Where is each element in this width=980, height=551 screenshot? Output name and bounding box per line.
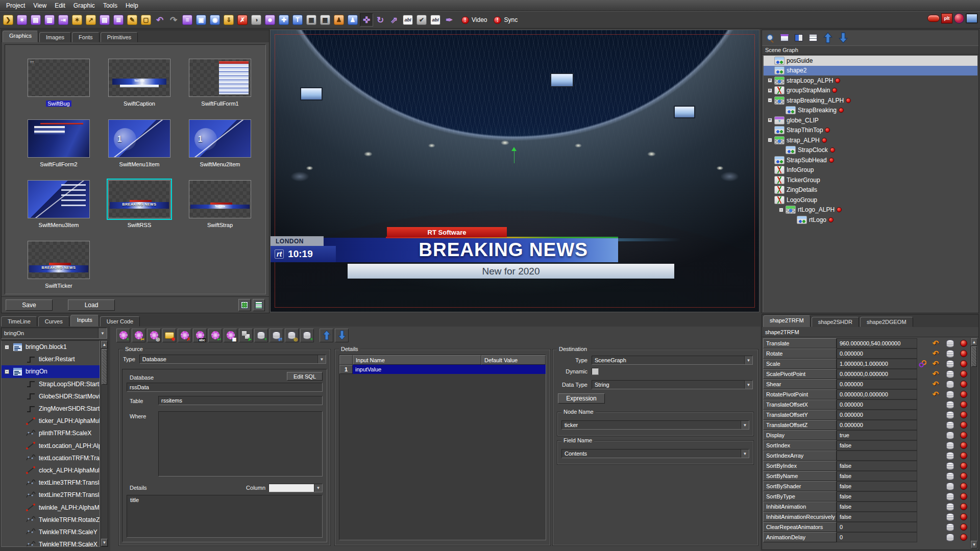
animator-item[interactable]: TwinkleTRFM:RotateZ: [2, 514, 100, 526]
animation-tab[interactable]: User Code: [100, 316, 140, 327]
character-edit-icon[interactable]: ♟: [346, 13, 359, 27]
where-textarea[interactable]: [158, 411, 323, 477]
animate-icon[interactable]: [960, 513, 967, 520]
property-name[interactable]: Scale: [763, 359, 837, 369]
menu-item[interactable]: Help: [121, 1, 142, 10]
property-value[interactable]: 0: [837, 532, 917, 542]
library-item[interactable]: Text title SwiftStrap: [180, 179, 260, 228]
animate-icon[interactable]: [960, 381, 967, 388]
library-item[interactable]: Text title SwiftCaption: [99, 57, 180, 107]
database-copy-icon[interactable]: ◎: [285, 329, 299, 342]
property-value[interactable]: false: [837, 440, 917, 450]
users-icon[interactable]: ☻: [263, 13, 277, 27]
save-button[interactable]: Save: [6, 299, 53, 311]
redo-icon[interactable]: ↷: [167, 13, 180, 27]
property-value[interactable]: false: [837, 481, 917, 491]
database-bind-icon[interactable]: [946, 411, 954, 419]
database-bind-icon[interactable]: [946, 534, 954, 541]
property-value[interactable]: 0.000000: [837, 420, 917, 430]
move-tool-icon[interactable]: ✜: [360, 13, 373, 27]
library-item[interactable]: 1 SwiftMenu1Item: [99, 118, 180, 167]
expand-toggle[interactable]: -: [768, 138, 772, 142]
property-name[interactable]: ScalePivotPoint: [763, 369, 837, 379]
scene-node[interactable]: InfoGroup: [764, 165, 977, 176]
database-bind-icon[interactable]: [946, 452, 954, 460]
animator-list-icon[interactable]: ▦: [224, 329, 237, 342]
animate-icon[interactable]: [960, 493, 967, 500]
snapshot-icon[interactable]: ◉: [208, 13, 222, 27]
expand-toggle[interactable]: +: [768, 78, 772, 83]
save-as-icon[interactable]: ▥: [43, 13, 56, 27]
library-tab[interactable]: Primitives: [101, 32, 138, 42]
library-item[interactable]: SwiftMenu3Item: [18, 179, 99, 228]
property-value[interactable]: 0.000000,0.000000: [837, 369, 917, 379]
copy-animator-icon[interactable]: ◎: [147, 329, 161, 342]
scroll-up-icon[interactable]: ▲: [101, 341, 108, 348]
animator-item[interactable]: clock_ALPH:AlphaMultiply: [2, 464, 100, 477]
scroll-thumb[interactable]: [102, 349, 107, 385]
cut-animator-icon[interactable]: ✂: [132, 329, 145, 342]
property-name[interactable]: ClearRepeatAnimators: [763, 522, 837, 532]
animate-icon[interactable]: [960, 442, 967, 449]
database-bind-icon[interactable]: [946, 513, 954, 521]
library-thumbnail[interactable]: BREAKING NEWS: [108, 180, 170, 218]
scene-node[interactable]: - strapBreaking_ALPH: [764, 95, 977, 106]
database-bind-icon[interactable]: [946, 391, 954, 398]
scene-node[interactable]: posGuide: [764, 56, 977, 66]
properties-tab[interactable]: shape2TRFM: [763, 315, 811, 327]
scene-node[interactable]: TickerGroup: [764, 175, 977, 185]
database-bind-icon[interactable]: [946, 370, 954, 378]
scene-node[interactable]: ZingDetails: [764, 185, 977, 195]
scroll-up-icon[interactable]: ▲: [971, 338, 977, 346]
onair-pill-icon[interactable]: [927, 15, 940, 22]
property-name[interactable]: Display: [763, 430, 837, 440]
property-value[interactable]: 0.000000,0.000000: [837, 389, 917, 399]
add-animator-icon[interactable]: +: [116, 329, 130, 342]
expand-toggle[interactable]: -: [5, 345, 9, 349]
scene-node[interactable]: + groupStrapMain: [764, 86, 977, 96]
animator-item[interactable]: - bringOn.block1: [2, 341, 100, 353]
expression-button[interactable]: Expression: [558, 393, 605, 404]
library-thumbnail[interactable]: BREAKING NEWS: [28, 241, 90, 279]
chevron-down-icon[interactable]: ▼: [98, 328, 107, 338]
animator-folder-icon[interactable]: ✱: [162, 329, 176, 342]
checker-icon[interactable]: ▩: [318, 13, 332, 27]
animation-select-combo[interactable]: bringOn ▼: [1, 328, 107, 339]
library-thumbnail[interactable]: [189, 59, 251, 97]
animator-item[interactable]: textLocation_ALPH:AlphaM: [2, 440, 100, 452]
undo-icon[interactable]: ↶: [933, 339, 939, 348]
property-name[interactable]: TranslateOffsetX: [763, 399, 837, 410]
globe-icon[interactable]: [954, 13, 964, 23]
list-view-button[interactable]: [253, 299, 265, 311]
animate-icon[interactable]: [960, 391, 967, 398]
pos-guide-marker[interactable]: [511, 144, 517, 162]
animate-icon[interactable]: [960, 360, 967, 367]
chevron-down-icon[interactable]: ▼: [314, 484, 322, 492]
animate-icon[interactable]: [960, 472, 967, 480]
animation-tab[interactable]: Inputs: [70, 315, 99, 327]
scroll-thumb[interactable]: [971, 346, 977, 367]
scene-node[interactable]: StrapBreaking: [764, 106, 977, 116]
undo-icon[interactable]: ↶: [933, 369, 939, 379]
animate-icon[interactable]: [960, 411, 967, 418]
rename-animator-icon[interactable]: abc: [193, 329, 207, 342]
animate-icon[interactable]: [960, 503, 967, 510]
monitor-icon[interactable]: [966, 13, 978, 23]
database-bind-icon[interactable]: [946, 503, 954, 511]
edit-sql-button[interactable]: Edit SQL: [287, 372, 323, 381]
animator-item[interactable]: ticker_ALPH:AlphaMultiply: [2, 415, 100, 427]
property-name[interactable]: SortIndexArray: [763, 450, 837, 461]
property-name[interactable]: Rotate: [763, 348, 837, 359]
animate-icon[interactable]: [960, 340, 967, 347]
delete-animator-icon[interactable]: ✗: [178, 329, 191, 342]
scene-node[interactable]: + strapLoop_ALPH: [764, 76, 977, 86]
column-combo[interactable]: ▼: [268, 484, 323, 492]
scene-node[interactable]: StrapClock: [764, 145, 977, 156]
property-name[interactable]: AnimationDelay: [763, 532, 837, 542]
animator-item[interactable]: TwinkleTRFM:ScaleX: [2, 538, 100, 547]
property-value[interactable]: 0.000000: [837, 399, 917, 410]
load-button[interactable]: Load: [68, 299, 115, 311]
undo-icon[interactable]: ↶: [933, 349, 939, 358]
datatype-combo[interactable]: String ▼: [592, 380, 753, 389]
property-value[interactable]: [837, 450, 917, 461]
